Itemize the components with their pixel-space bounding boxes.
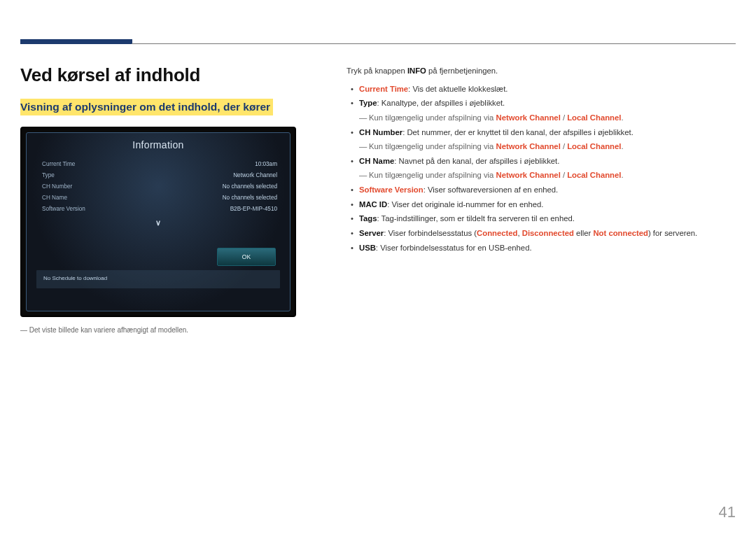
description-list: Current Time: Vis det aktuelle klokkeslæ… xyxy=(346,83,736,255)
note-sep: / xyxy=(561,171,567,179)
info-value: No channels selected xyxy=(223,195,277,201)
info-row: CH NameNo channels selected xyxy=(42,192,277,203)
intro-post: på fjernbetjeningen. xyxy=(426,66,498,75)
list-note: Kun tilgængelig under afspilning via Net… xyxy=(346,169,736,182)
list-item: Current Time: Vis det aktuelle klokkeslæ… xyxy=(346,83,736,96)
term: USB xyxy=(359,244,376,252)
desc: : Viser forbindelsesstatus for en USB-en… xyxy=(376,244,532,252)
info-label: Current Time xyxy=(42,161,75,167)
info-row: Current Time10:03am xyxy=(42,158,277,169)
info-rows: Current Time10:03am TypeNetwork Channel … xyxy=(27,155,290,214)
term: Type xyxy=(359,99,377,107)
left-column: Ved kørsel af indhold Visning af oplysni… xyxy=(20,64,321,334)
page-content: Ved kørsel af indhold Visning af oplysni… xyxy=(20,64,736,334)
term: Server xyxy=(359,229,384,237)
desc: : Vis det aktuelle klokkeslæt. xyxy=(408,85,507,93)
right-column: Tryk på knappen INFO på fjernbetjeningen… xyxy=(346,64,736,334)
list-item: Type: Kanaltype, der afspilles i øjeblik… xyxy=(346,97,736,110)
info-value: Network Channel xyxy=(233,172,277,178)
info-value: B2B-EP-MIP-4510 xyxy=(230,206,277,212)
section-heading: Visning af oplysninger om det indhold, d… xyxy=(20,99,273,115)
info-label: CH Number xyxy=(42,183,72,190)
schedule-status: No Schedule to download xyxy=(36,270,280,288)
list-item: Software Version: Viser softwareversione… xyxy=(346,183,736,197)
list-item: CH Number: Det nummer, der er knyttet ti… xyxy=(346,126,736,139)
desc-pre: : Viser forbindelsesstatus ( xyxy=(384,229,477,237)
local-channel: Local Channel xyxy=(567,171,621,179)
list-item: USB: Viser forbindelsesstatus for en USB… xyxy=(346,241,736,255)
list-item: CH Name: Navnet på den kanal, der afspil… xyxy=(346,155,736,168)
desc: : Viser det originale id-nummer for en e… xyxy=(387,200,543,209)
info-row: CH NumberNo channels selected xyxy=(42,181,277,192)
page-title: Ved kørsel af indhold xyxy=(20,64,321,86)
info-label: Software Version xyxy=(42,206,85,212)
desc: : Tag-indstillinger, som er tildelt fra … xyxy=(377,214,575,223)
list-item: Tags: Tag-indstillinger, som er tildelt … xyxy=(346,212,736,225)
list-note: Kun tilgængelig under afspilning via Net… xyxy=(346,111,736,125)
device-screenshot: Information Current Time10:03am TypeNetw… xyxy=(20,127,296,317)
local-channel: Local Channel xyxy=(567,113,621,122)
list-item: MAC ID: Viser det originale id-nummer fo… xyxy=(346,198,736,211)
term: Tags xyxy=(359,214,377,223)
note-sep: / xyxy=(561,142,567,150)
note-sep: / xyxy=(561,113,567,122)
term: CH Number xyxy=(359,128,402,136)
info-value: No channels selected xyxy=(223,183,277,190)
note-pre: Kun tilgængelig under afspilning via xyxy=(369,171,496,179)
intro-pre: Tryk på knappen xyxy=(346,66,407,75)
intro-text: Tryk på knappen INFO på fjernbetjeningen… xyxy=(346,64,736,78)
network-channel: Network Channel xyxy=(496,171,561,179)
page-number: 41 xyxy=(719,503,736,521)
network-channel: Network Channel xyxy=(496,142,561,150)
desc: : Det nummer, der er knyttet til den kan… xyxy=(402,128,634,136)
local-channel: Local Channel xyxy=(567,142,621,150)
term: MAC ID xyxy=(359,200,387,209)
status-connected: Connected xyxy=(477,229,517,237)
term: Current Time xyxy=(359,85,408,93)
status-not-connected: Not connected xyxy=(593,229,648,237)
info-row: Software VersionB2B-EP-MIP-4510 xyxy=(42,203,277,214)
note-post: . xyxy=(621,113,623,122)
note-pre: Kun tilgængelig under afspilning via xyxy=(369,142,496,150)
header-accent-bar xyxy=(20,39,132,44)
sep: eller xyxy=(574,229,594,237)
term: Software Version xyxy=(359,185,424,194)
list-item: Server: Viser forbindelsesstatus (Connec… xyxy=(346,227,736,240)
status-disconnected: Disconnected xyxy=(522,229,574,237)
chevron-down-icon: ∨ xyxy=(27,218,290,227)
network-channel: Network Channel xyxy=(496,113,561,122)
intro-bold: INFO xyxy=(407,66,426,75)
screenshot-title: Information xyxy=(27,133,290,155)
list-note: Kun tilgængelig under afspilning via Net… xyxy=(346,140,736,153)
header-rule xyxy=(132,43,736,44)
note-post: . xyxy=(621,171,623,179)
desc: : Kanaltype, der afspilles i øjeblikket. xyxy=(377,99,505,107)
note-post: . xyxy=(621,142,623,150)
note-pre: Kun tilgængelig under afspilning via xyxy=(369,113,496,122)
info-label: CH Name xyxy=(42,195,67,201)
term: CH Name xyxy=(359,157,394,165)
ok-button: OK xyxy=(217,248,276,266)
desc: : Navnet på den kanal, der afspilles i ø… xyxy=(394,157,559,165)
screenshot-frame: Information Current Time10:03am TypeNetw… xyxy=(26,132,290,311)
info-label: Type xyxy=(42,172,55,178)
info-value: 10:03am xyxy=(255,161,277,167)
info-row: TypeNetwork Channel xyxy=(42,169,277,181)
desc-post: ) for serveren. xyxy=(648,229,697,237)
desc: : Viser softwareversionen af en enhed. xyxy=(424,185,559,194)
image-footnote: Det viste billede kan variere afhængigt … xyxy=(20,326,321,334)
